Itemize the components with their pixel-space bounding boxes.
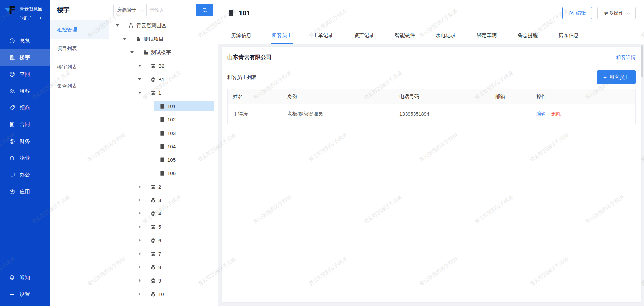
- caret-right-icon[interactable]: [138, 239, 142, 242]
- column-header-操作: 操作: [531, 89, 635, 104]
- submenu-item-项目列表[interactable]: 项目列表: [50, 39, 109, 58]
- tab-备忘提醒[interactable]: 备忘提醒: [518, 32, 538, 44]
- sidebar-item-label: 应用: [20, 189, 30, 195]
- caret-down-icon[interactable]: [138, 65, 142, 67]
- tree-node-B2[interactable]: B2: [109, 59, 218, 72]
- logo-letter: F: [9, 4, 16, 16]
- cell-邮箱: [490, 104, 531, 124]
- tree-node-body: 9: [150, 275, 214, 286]
- tree-node-label: 101: [167, 103, 176, 109]
- tree-node-101[interactable]: 101: [109, 99, 218, 113]
- employee-table: 姓名身份电话号码邮箱操作于得涛老板/超级管理员13395351894编辑删除: [227, 89, 636, 124]
- search-field-select[interactable]: 房源编号: [113, 4, 147, 16]
- sidebar-item-财务[interactable]: 财务: [0, 133, 50, 150]
- tab-房东信息[interactable]: 房东信息: [558, 32, 579, 44]
- caret-down-icon[interactable]: [130, 51, 134, 53]
- floor-icon: [150, 184, 156, 190]
- door-icon-svg: [227, 9, 235, 17]
- tab-智能硬件[interactable]: 智能硬件: [395, 32, 415, 44]
- row-edit-link[interactable]: 编辑: [536, 111, 546, 117]
- sidebar-item-设置[interactable]: 设置: [0, 286, 50, 303]
- sidebar-item-办公[interactable]: 办公: [0, 166, 50, 183]
- tree-node-102[interactable]: 102: [109, 113, 218, 126]
- caret-down-icon[interactable]: [115, 24, 119, 27]
- caret-right-icon[interactable]: [138, 265, 142, 269]
- floor-icon: [150, 76, 156, 82]
- caret-right-icon[interactable]: [138, 252, 142, 255]
- tree-node-8[interactable]: 8: [109, 260, 218, 274]
- sidebar-item-空间[interactable]: 空间: [0, 66, 50, 83]
- caret-down-icon[interactable]: [123, 38, 127, 40]
- org-scope-switcher[interactable]: 1楼宇: [20, 15, 48, 21]
- caret-right-icon[interactable]: [138, 279, 142, 282]
- row-delete-link[interactable]: 删除: [551, 111, 561, 117]
- tree-node-label: 102: [167, 117, 176, 122]
- tree-node-105[interactable]: 105: [109, 153, 218, 166]
- submenu-title: 楼宇: [50, 0, 109, 20]
- submenu-item-租控管理[interactable]: 租控管理: [50, 20, 109, 39]
- sidebar-item-招商[interactable]: 招商: [0, 99, 50, 116]
- tab-水电记录[interactable]: 水电记录: [436, 32, 456, 44]
- tree-node-103[interactable]: 103: [109, 126, 218, 140]
- floor-icon: [150, 224, 156, 230]
- tab-资产记录[interactable]: 资产记录: [354, 32, 374, 44]
- tree-node-body: 1: [150, 87, 214, 98]
- edit-button[interactable]: 编辑: [562, 7, 592, 19]
- sidebar-item-应用[interactable]: 应用: [0, 183, 50, 200]
- tree-node-104[interactable]: 104: [109, 140, 218, 153]
- sidebar-item-通知[interactable]: 通知: [0, 269, 50, 286]
- sidebar-item-物业[interactable]: 物业: [0, 150, 50, 166]
- caret-right-icon[interactable]: [138, 198, 142, 202]
- tree-node-3[interactable]: 3: [109, 193, 218, 207]
- tree-node-测试楼宇[interactable]: 测试楼宇: [109, 46, 218, 59]
- sidebar-item-label: 办公: [20, 172, 30, 178]
- tree-node-B1[interactable]: B1: [109, 72, 218, 86]
- tree-node-测试项目[interactable]: 测试项目: [109, 32, 218, 46]
- submenu-item-集合列表[interactable]: 集合列表: [50, 76, 109, 95]
- tree-node-4[interactable]: 4: [109, 207, 218, 220]
- tree-node-10[interactable]: 10: [109, 287, 218, 301]
- search-input[interactable]: [147, 4, 196, 16]
- tree-node-5[interactable]: 5: [109, 220, 218, 234]
- caret-right-icon[interactable]: [138, 292, 142, 296]
- tree-node-body: 106: [154, 168, 214, 178]
- tree-node-6[interactable]: 6: [109, 234, 218, 247]
- sidebar-item-合同[interactable]: 合同: [0, 116, 50, 133]
- search-button[interactable]: [196, 4, 213, 16]
- tree-node-2[interactable]: 2: [109, 180, 218, 193]
- tree-node-7[interactable]: 7: [109, 247, 218, 260]
- submenu-item-楼宇列表[interactable]: 楼宇列表: [50, 58, 109, 76]
- tree-node-body: 5: [150, 221, 214, 232]
- tenant-detail-link[interactable]: 租客详情: [616, 54, 636, 61]
- sidebar-item-租客[interactable]: 租客: [0, 83, 50, 99]
- caret-right-icon[interactable]: [138, 212, 142, 215]
- tab-房源信息[interactable]: 房源信息: [231, 32, 251, 44]
- tab-工单记录[interactable]: 工单记录: [313, 32, 333, 44]
- tenant-card: 山东青云有限公司 租客详情 租客员工列表 + 租客员工 姓名身份电话号码邮箱操作…: [222, 47, 641, 302]
- caret-down-icon[interactable]: [138, 78, 142, 80]
- tab-绑定车辆[interactable]: 绑定车辆: [477, 32, 497, 44]
- room-icon: [159, 130, 165, 136]
- more-actions-button[interactable]: 更多操作: [597, 7, 636, 19]
- sidebar-item-楼宇[interactable]: 楼宇: [0, 49, 50, 66]
- chevron-down-icon: [141, 8, 144, 11]
- add-employee-button[interactable]: + 租客员工: [597, 70, 636, 84]
- tree-node-1[interactable]: 1: [109, 86, 218, 99]
- tree-node-body: 104: [154, 141, 214, 152]
- tab-租客员工[interactable]: 租客员工: [272, 32, 292, 44]
- buildings-icon: [136, 36, 141, 42]
- tree-node-青云智慧园区[interactable]: 青云智慧园区: [109, 19, 218, 32]
- tree-node-label: 青云智慧园区: [136, 22, 166, 29]
- page-scrollbar-thumb[interactable]: [641, 45, 643, 77]
- company-name: 山东青云有限公司: [227, 54, 272, 61]
- caret-right-icon[interactable]: [138, 225, 142, 228]
- caret-down-icon[interactable]: [138, 92, 142, 94]
- invest-icon: [9, 104, 15, 111]
- tree-node-9[interactable]: 9: [109, 274, 218, 287]
- tree-node-106[interactable]: 106: [109, 166, 218, 180]
- sidebar-item-总览[interactable]: 总览: [0, 32, 50, 49]
- tree-node-11[interactable]: 11: [109, 301, 218, 303]
- tree-node-label: 测试项目: [144, 36, 164, 42]
- app-brand[interactable]: F 青云智慧园 1楼宇: [0, 0, 50, 26]
- caret-right-icon[interactable]: [138, 185, 142, 188]
